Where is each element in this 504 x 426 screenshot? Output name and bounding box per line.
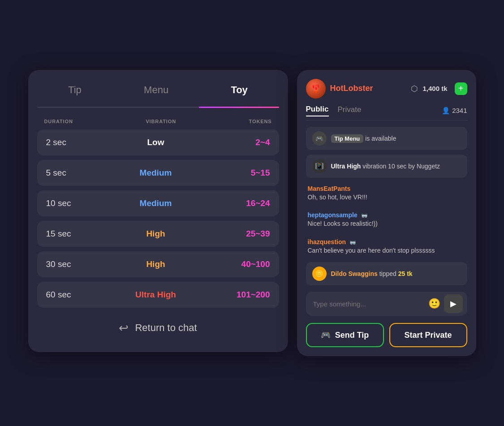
token-balance: 1,400 tk [422,85,447,92]
chat-text-1: Nice! Looks so realistic!)) [308,219,465,228]
row-duration-2: 10 sec [46,198,86,208]
chat-text-0: Oh, so hot, love VR!!! [308,193,465,202]
vibration-text: Ultra High vibration 10 sec by Nuggetz [331,163,440,170]
chat-message-0: MansEatPants Oh, so hot, love VR!!! [306,182,467,205]
toy-row-5[interactable]: 60 sec Ultra High 101~200 [37,282,279,308]
tab-tip[interactable]: Tip [59,81,90,99]
tab-menu[interactable]: Menu [135,81,177,99]
tip-menu-icon: 🎮 [312,131,327,146]
row-tokens-2: 16~24 [225,198,270,208]
vibration-icon: 📳 [312,159,327,173]
viewer-count-value: 2341 [452,107,467,114]
send-tip-label: Send Tip [335,331,369,340]
toy-row-0[interactable]: 2 sec Low 2~4 [37,129,279,155]
chat-input[interactable] [310,297,425,310]
tipped-label: tipped [379,270,398,277]
avatar: 🦞 [306,79,326,99]
row-duration-1: 5 sec [46,168,86,178]
emoji-button[interactable]: 🙂 [428,298,440,310]
row-duration-4: 30 sec [46,259,86,269]
row-tokens-1: 5~15 [225,168,270,178]
toy-row-4[interactable]: 30 sec High 40~100 [37,251,279,277]
tip-text: Dildo Swaggins tipped 25 tk [331,270,413,277]
toy-row-1[interactable]: 5 sec Medium 5~15 [37,160,279,186]
vibration-user: Nuggetz [417,163,440,170]
tipper-name: Dildo Swaggins [331,270,378,277]
tip-menu-message: 🎮 Tip Menu is available [306,127,467,150]
user-header: 🦞 HotLobster ⬡ 1,400 tk + [306,79,467,99]
col-duration: DURATION [44,119,73,124]
chat-input-area: 🙂 ▶ [306,292,467,316]
tip-message: 🪙 Dildo Swaggins tipped 25 tk [306,262,467,285]
vibration-duration: 10 sec [388,163,406,170]
chat-text-2: Can't believe you are here don't stop pl… [308,246,465,255]
tab-private[interactable]: Private [338,105,362,116]
send-tip-icon: 🎮 [321,330,331,340]
coin-icon: 🪙 [312,267,327,281]
tab-underline-track [37,107,279,108]
row-vibration-5: Ultra High [86,290,225,300]
chat-username-2: ihazquestion 🥽 [308,238,465,245]
avatar-image: 🦞 [306,79,326,99]
action-buttons: 🎮 Send Tip Start Private [306,323,467,347]
tab-public[interactable]: Public [306,105,329,116]
row-tokens-5: 101~200 [225,290,270,300]
chat-tab-bar: Public Private 👤 2341 [306,105,467,120]
row-tokens-3: 25~39 [225,229,270,239]
row-duration-5: 60 sec [46,290,86,300]
vr-icon-1: 🥽 [361,212,368,219]
row-tokens-0: 2~4 [225,138,270,147]
row-vibration-1: Medium [86,168,225,178]
messages-area: 🎮 Tip Menu is available 📳 Ultra High vib… [306,127,467,286]
col-tokens: TOKENS [249,119,272,124]
col-vibration: VIBRATION [146,119,176,124]
row-tokens-4: 40~100 [225,259,270,269]
logout-icon[interactable]: ⬡ [411,84,418,94]
vibration-strength: Ultra High [331,163,361,170]
return-to-chat-button[interactable]: ↩ Return to chat [37,317,279,340]
chat-panel: 🦞 HotLobster ⬡ 1,400 tk + Public Private… [297,70,476,357]
tab-toy[interactable]: Toy [222,81,256,99]
row-duration-0: 2 sec [46,138,86,147]
tab-bar: Tip Menu Toy [37,81,279,99]
column-headers: DURATION VIBRATION TOKENS [37,119,279,124]
add-tokens-button[interactable]: + [455,82,467,95]
chat-message-1: heptagonsample 🥽 Nice! Looks so realisti… [306,209,467,231]
tip-menu-badge: Tip Menu [331,134,364,143]
row-vibration-4: High [86,259,225,269]
toy-row-2[interactable]: 10 sec Medium 16~24 [37,190,279,216]
toy-row-3[interactable]: 15 sec High 25~39 [37,221,279,247]
chat-username-0: MansEatPants [308,185,465,192]
start-private-label: Start Private [404,331,452,340]
username-label: HotLobster [330,84,405,93]
chat-username-1: heptagonsample 🥽 [308,211,465,219]
send-tip-button[interactable]: 🎮 Send Tip [306,323,384,347]
row-vibration-3: High [86,229,225,239]
row-vibration-2: Medium [86,198,225,208]
vibration-action: vibration [362,163,388,170]
start-private-button[interactable]: Start Private [389,323,467,347]
viewer-count: 👤 2341 [442,107,467,115]
toy-panel: Tip Menu Toy DURATION VIBRATION TOKENS 2… [28,70,288,352]
viewer-icon: 👤 [442,107,450,115]
vibration-by: by [408,163,417,170]
chat-message-2: ihazquestion 🥽 Can't believe you are her… [306,236,467,258]
send-button[interactable]: ▶ [444,294,463,313]
tip-menu-text: Tip Menu is available [331,135,396,142]
tab-active-indicator [199,107,279,108]
return-label: Return to chat [135,322,197,334]
row-vibration-0: Low [86,138,225,147]
toy-rows-list: 2 sec Low 2~4 5 sec Medium 5~15 10 sec M… [37,129,279,308]
vibration-message: 📳 Ultra High vibration 10 sec by Nuggetz [306,155,467,178]
vr-icon-2: 🥽 [349,239,356,245]
row-duration-3: 15 sec [46,229,86,239]
return-icon: ↩ [119,321,129,335]
tip-amount: 25 tk [398,270,413,277]
